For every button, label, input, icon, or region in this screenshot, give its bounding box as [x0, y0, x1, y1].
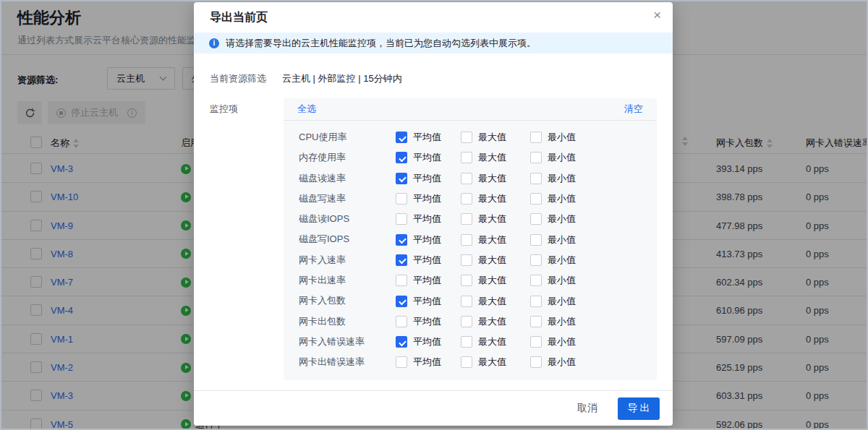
close-icon[interactable]: × — [653, 8, 661, 22]
option-label: 最大值 — [478, 172, 506, 185]
checkbox-unchecked[interactable] — [461, 152, 472, 163]
checkbox-unchecked[interactable] — [461, 296, 472, 307]
option-label: 平均值 — [413, 254, 441, 267]
metric-option-max[interactable]: 最大值 — [461, 352, 506, 372]
option-label: 最大值 — [478, 212, 506, 225]
checkbox-unchecked[interactable] — [461, 336, 472, 348]
checkbox-unchecked[interactable] — [530, 213, 542, 225]
checkbox-unchecked[interactable] — [396, 316, 407, 327]
metric-option-avg[interactable]: 平均值 — [396, 352, 441, 372]
checkbox-unchecked[interactable] — [530, 275, 542, 286]
metric-option-max[interactable]: 最大值 — [461, 127, 506, 147]
option-label: 最大值 — [478, 356, 506, 369]
select-all-link[interactable]: 全选 — [297, 103, 316, 116]
metric-option-max[interactable]: 最大值 — [461, 332, 506, 352]
checkbox-unchecked[interactable] — [461, 193, 472, 205]
metric-option-max[interactable]: 最大值 — [461, 189, 506, 209]
metric-option-max[interactable]: 最大值 — [461, 250, 506, 270]
checkbox-unchecked[interactable] — [530, 296, 542, 307]
metric-option-avg[interactable]: 平均值 — [396, 127, 441, 147]
option-label: 平均值 — [413, 356, 441, 369]
checkbox-unchecked[interactable] — [396, 213, 407, 225]
metric-name: 磁盘读速率 — [299, 168, 346, 189]
checkbox-unchecked[interactable] — [461, 275, 472, 286]
checkbox-unchecked[interactable] — [396, 275, 407, 286]
info-banner: i 请选择需要导出的云主机性能监控项，当前已为您自动勾选列表中展示项。 — [194, 33, 673, 53]
metric-option-avg[interactable]: 平均值 — [396, 291, 441, 311]
metrics-label: 监控项 — [210, 103, 238, 116]
export-modal: 导出当前页 × i 请选择需要导出的云主机性能监控项，当前已为您自动勾选列表中展… — [194, 2, 673, 426]
checkbox-checked[interactable] — [396, 336, 407, 348]
metric-option-max[interactable]: 最大值 — [461, 291, 506, 311]
checkbox-checked[interactable] — [396, 173, 407, 184]
metric-option-min[interactable]: 最小值 — [530, 229, 576, 249]
metric-option-avg[interactable]: 平均值 — [396, 270, 441, 291]
checkbox-unchecked[interactable] — [461, 254, 472, 266]
metric-name: 网卡出速率 — [299, 270, 346, 291]
option-label: 平均值 — [413, 212, 441, 225]
checkbox-unchecked[interactable] — [461, 173, 472, 184]
checkbox-unchecked[interactable] — [530, 173, 542, 184]
metric-option-min[interactable]: 最小值 — [530, 291, 576, 311]
metric-option-avg[interactable]: 平均值 — [396, 189, 441, 209]
metric-option-min[interactable]: 最小值 — [530, 311, 576, 332]
checkbox-unchecked[interactable] — [530, 234, 542, 246]
metric-option-avg[interactable]: 平均值 — [396, 147, 441, 168]
metric-option-min[interactable]: 最小值 — [530, 250, 576, 270]
option-label: 平均值 — [413, 192, 441, 205]
metric-row: 磁盘写速率 平均值 最大值 最小值 — [284, 189, 657, 209]
metric-option-avg[interactable]: 平均值 — [396, 168, 441, 189]
checkbox-unchecked[interactable] — [461, 356, 472, 368]
metric-row: 内存使用率 平均值 最大值 最小值 — [284, 147, 657, 168]
checkbox-checked[interactable] — [396, 234, 407, 246]
metric-option-max[interactable]: 最大值 — [461, 311, 506, 332]
option-label: 最小值 — [548, 233, 576, 246]
checkbox-unchecked[interactable] — [461, 213, 472, 225]
metric-option-avg[interactable]: 平均值 — [396, 209, 441, 229]
cancel-button[interactable]: 取消 — [570, 397, 605, 419]
metric-option-min[interactable]: 最小值 — [530, 168, 576, 189]
checkbox-unchecked[interactable] — [530, 316, 542, 327]
metric-option-avg[interactable]: 平均值 — [396, 332, 441, 352]
metric-option-min[interactable]: 最小值 — [530, 332, 576, 352]
checkbox-unchecked[interactable] — [530, 336, 542, 348]
clear-all-link[interactable]: 清空 — [624, 103, 643, 116]
checkbox-unchecked[interactable] — [461, 132, 472, 143]
metric-option-max[interactable]: 最大值 — [461, 209, 506, 229]
metric-option-min[interactable]: 最小值 — [530, 147, 576, 168]
checkbox-unchecked[interactable] — [530, 152, 542, 163]
metric-row: 网卡出包数 平均值 最大值 最小值 — [284, 311, 657, 332]
checkbox-checked[interactable] — [396, 296, 407, 307]
metric-option-max[interactable]: 最大值 — [461, 168, 506, 189]
metric-option-max[interactable]: 最大值 — [461, 229, 506, 249]
metric-option-max[interactable]: 最大值 — [461, 270, 506, 291]
checkbox-unchecked[interactable] — [530, 254, 542, 266]
metric-option-avg[interactable]: 平均值 — [396, 229, 441, 249]
metric-option-avg[interactable]: 平均值 — [396, 311, 441, 332]
checkbox-unchecked[interactable] — [530, 132, 542, 143]
metric-option-min[interactable]: 最小值 — [530, 352, 576, 372]
checkbox-checked[interactable] — [396, 152, 407, 163]
checkbox-unchecked[interactable] — [396, 193, 407, 205]
metric-option-min[interactable]: 最小值 — [530, 209, 576, 229]
checkbox-unchecked[interactable] — [396, 356, 407, 368]
option-label: 平均值 — [413, 151, 441, 164]
metric-option-min[interactable]: 最小值 — [530, 127, 576, 147]
export-button[interactable]: 导出 — [618, 397, 660, 420]
info-icon: i — [209, 38, 219, 48]
checkbox-unchecked[interactable] — [461, 234, 472, 246]
modal-footer: 取消 导出 — [194, 390, 673, 426]
metrics-panel: 全选 清空 CPU使用率 平均值 最大值 最小值 内存使用率 平均值 最大值 — [284, 98, 657, 380]
checkbox-checked[interactable] — [396, 254, 407, 266]
metric-option-avg[interactable]: 平均值 — [396, 250, 441, 270]
checkbox-checked[interactable] — [396, 132, 407, 143]
metrics-rows: CPU使用率 平均值 最大值 最小值 内存使用率 平均值 最大值 最小值 磁盘读… — [284, 121, 657, 373]
checkbox-unchecked[interactable] — [530, 356, 542, 368]
metric-option-min[interactable]: 最小值 — [530, 189, 576, 209]
metric-row: 网卡入速率 平均值 最大值 最小值 — [284, 250, 657, 270]
checkbox-unchecked[interactable] — [530, 193, 542, 205]
metric-option-min[interactable]: 最小值 — [530, 270, 576, 291]
current-filter-value: 云主机 | 外部监控 | 15分钟内 — [282, 72, 402, 85]
checkbox-unchecked[interactable] — [461, 316, 472, 327]
metric-option-max[interactable]: 最大值 — [461, 147, 506, 168]
